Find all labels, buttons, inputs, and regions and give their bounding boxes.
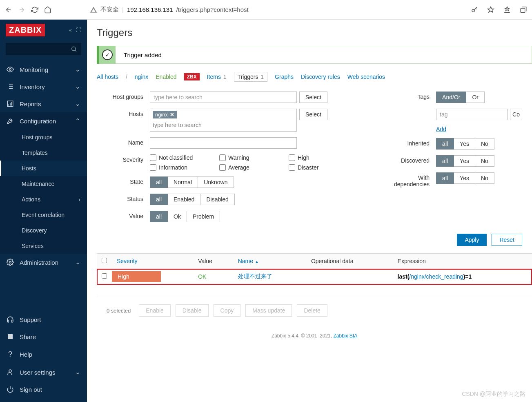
sub-host-groups[interactable]: Host groups [0, 130, 87, 145]
collapse-icon[interactable]: « [69, 27, 72, 33]
address-bar[interactable]: 不安全 | 192.168.136.131/triggers.php?conte… [90, 6, 249, 13]
favorite-icon[interactable] [487, 6, 494, 13]
link-host[interactable]: nginx [135, 74, 148, 80]
expression-item-link[interactable]: /nginx/check_reading [409, 273, 463, 280]
disable-button[interactable]: Disable [176, 304, 209, 317]
copy-button[interactable]: Copy [214, 304, 241, 317]
nav-help[interactable]: ?Help [0, 345, 87, 364]
label-inherited: Inherited [383, 138, 436, 147]
chevron-down-icon: ⌄ [75, 259, 80, 266]
sidebar: ZABBIX « ⛶ Monitoring⌄ Inventory⌄ Report… [0, 20, 87, 402]
sub-services[interactable]: Services [0, 238, 87, 254]
delete-button[interactable]: Delete [297, 304, 327, 317]
hosts-multiselect[interactable]: nginx✕ [150, 109, 297, 132]
key-icon[interactable] [471, 6, 478, 13]
expand-icon[interactable]: ⛶ [76, 27, 81, 33]
sort-asc-icon: ▲ [255, 259, 259, 264]
chevron-down-icon: ⌄ [75, 368, 80, 376]
back-icon[interactable] [5, 6, 12, 13]
mass-update-button[interactable]: Mass update [245, 304, 292, 317]
favorites-bar-icon[interactable] [503, 6, 511, 13]
sub-event-correlation[interactable]: Event correlation [0, 207, 87, 223]
browser-toolbar: 不安全 | 192.168.136.131/triggers.php?conte… [0, 0, 532, 20]
tag-input[interactable] [436, 109, 508, 120]
page-title: Triggers [97, 27, 532, 38]
tab-web[interactable]: Web scenarios [347, 74, 385, 80]
status-toggle[interactable]: allEnabledDisabled [150, 194, 235, 205]
col-name[interactable]: Name ▲ [233, 254, 306, 269]
tab-triggers[interactable]: Triggers 1 [234, 72, 268, 82]
nav-support[interactable]: Support [0, 311, 87, 328]
forward-icon[interactable] [18, 6, 25, 13]
main-content: Triggers ✓ Trigger added All hosts/ ngin… [87, 20, 532, 402]
inherited-toggle[interactable]: allYesNo [436, 138, 494, 150]
nav-sign-out[interactable]: Sign out [0, 381, 87, 398]
nav-configuration[interactable]: Configuration⌃ [0, 112, 87, 130]
user-icon [7, 368, 14, 376]
link-all-hosts[interactable]: All hosts [97, 74, 118, 80]
refresh-icon[interactable] [31, 6, 38, 13]
tab-items[interactable]: Items [207, 74, 221, 80]
sub-maintenance[interactable]: Maintenance [0, 176, 87, 192]
search-icon [71, 46, 77, 52]
remove-tag-icon[interactable]: ✕ [170, 112, 174, 118]
nav-share[interactable]: Share [0, 328, 87, 345]
sub-hosts[interactable]: Hosts [0, 161, 87, 176]
footer-link[interactable]: Zabbix SIA [333, 333, 357, 339]
status-enabled: Enabled [156, 74, 176, 80]
sub-discovery[interactable]: Discovery [0, 223, 87, 238]
reset-button[interactable]: Reset [492, 234, 522, 246]
home-icon[interactable] [44, 6, 51, 13]
hosts-input[interactable] [153, 120, 294, 130]
collections-icon[interactable] [520, 6, 527, 13]
label-state: State [97, 176, 150, 185]
nav-inventory[interactable]: Inventory⌄ [0, 78, 87, 95]
footer: Zabbix 5.4.4. © 2001–2021, Zabbix SIA [97, 325, 532, 347]
check-warning[interactable]: Warning [219, 154, 276, 161]
url-path: /triggers.php?context=host [176, 6, 249, 13]
host-groups-select-button[interactable]: Select [299, 92, 327, 103]
col-severity[interactable]: Severity [112, 254, 193, 269]
deps-toggle[interactable]: allYesNo [436, 172, 494, 184]
trigger-name-link[interactable]: 处理不过来了 [238, 273, 272, 279]
watermark: CSDN @阿业的学习之路 [462, 391, 525, 398]
state-toggle[interactable]: allNormalUnknown [150, 176, 234, 188]
check-average[interactable]: Average [219, 164, 276, 171]
nav-monitoring[interactable]: Monitoring⌄ [0, 61, 87, 78]
apply-button[interactable]: Apply [457, 234, 487, 246]
tab-discovery[interactable]: Discovery rules [301, 74, 340, 80]
tab-graphs[interactable]: Graphs [275, 74, 294, 80]
check-high[interactable]: High [289, 154, 346, 161]
check-information[interactable]: Information [150, 164, 207, 171]
tag-contains-button[interactable]: Co [510, 109, 522, 120]
logo[interactable]: ZABBIX [6, 24, 45, 36]
tags-mode-toggle[interactable]: And/OrOr [436, 92, 485, 103]
sub-actions[interactable]: Actions› [0, 192, 87, 207]
check-disaster[interactable]: Disaster [289, 164, 346, 171]
value-ok: OK [198, 273, 206, 280]
check-not-classified[interactable]: Not classified [150, 154, 207, 161]
chevron-down-icon: ⌄ [75, 83, 80, 90]
sidebar-search[interactable] [6, 43, 81, 55]
host-groups-input[interactable] [150, 92, 297, 103]
discovered-toggle[interactable]: allYesNo [436, 155, 494, 167]
sub-templates[interactable]: Templates [0, 145, 87, 161]
enable-button[interactable]: Enable [139, 304, 171, 317]
eye-icon [7, 66, 14, 73]
nav-reports[interactable]: Reports⌄ [0, 95, 87, 112]
select-all-checkbox[interactable] [102, 258, 107, 263]
severity-badge: High [112, 271, 161, 282]
add-tag-link[interactable]: Add [436, 126, 446, 132]
chevron-right-icon: › [78, 196, 80, 203]
nav-user-settings[interactable]: User settings⌄ [0, 364, 87, 381]
nav-administration[interactable]: Administration⌄ [0, 254, 87, 271]
row-checkbox[interactable] [102, 273, 107, 279]
alert-message: Trigger added [116, 46, 532, 64]
svg-point-2 [72, 47, 76, 51]
table-row: High OK 处理不过来了 last(/nginx/check_reading… [97, 269, 532, 285]
breadcrumb-tabs: All hosts/ nginx Enabled ZBX Items 1 Tri… [97, 72, 532, 82]
value-toggle[interactable]: allOkProblem [150, 211, 220, 222]
name-input[interactable] [150, 137, 297, 149]
label-discovered: Discovered [383, 155, 436, 164]
hosts-select-button[interactable]: Select [299, 109, 327, 120]
